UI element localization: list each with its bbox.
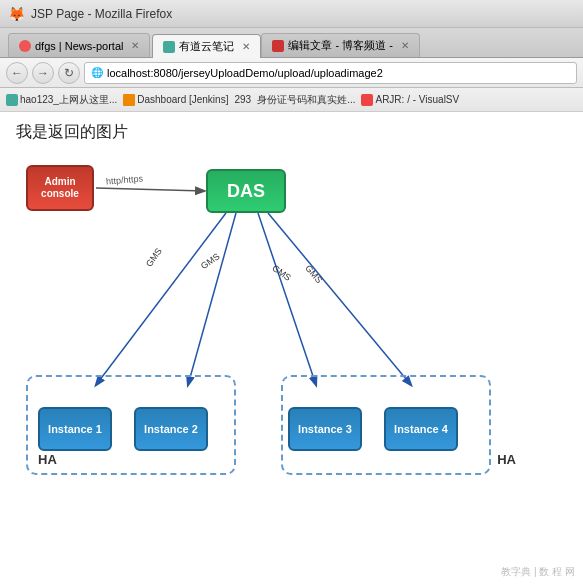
page-title: 我是返回的图片 <box>16 122 567 143</box>
tab-bar: dfgs | News-portal ✕ 有道云笔记 ✕ 编辑文章 - 博客频道… <box>0 28 583 58</box>
bookmark-arjr[interactable]: ARJR: / - VisualSV <box>361 94 459 106</box>
tab-close-1[interactable]: ✕ <box>131 40 139 51</box>
admin-label: Admin console <box>28 176 92 200</box>
reload-button[interactable]: ↻ <box>58 62 80 84</box>
tab-blog[interactable]: 编辑文章 - 博客频道 - ✕ <box>261 33 420 57</box>
bookmark-jenkins[interactable]: Dashboard [Jenkins] <box>123 94 228 106</box>
bookmark-label-hao123: hao123_上网从这里... <box>20 93 117 107</box>
tab-note[interactable]: 有道云笔记 ✕ <box>152 34 261 58</box>
gms-label-4: GMS <box>303 263 324 285</box>
instance-1-box: Instance 1 <box>38 407 112 451</box>
bookmark-hao123[interactable]: hao123_上网从这里... <box>6 93 117 107</box>
bookmark-label-arjr: ARJR: / - VisualSV <box>375 94 459 105</box>
address-bar[interactable]: 🌐 localhost:8080/jerseyUploadDemo/upload… <box>84 62 577 84</box>
bookmark-icon-arjr <box>361 94 373 106</box>
bookmark-icon-hao123 <box>6 94 18 106</box>
page-content: 我是返回的图片 <box>0 112 583 585</box>
forward-button[interactable]: → <box>32 62 54 84</box>
window-title: JSP Page - Mozilla Firefox <box>31 7 172 21</box>
gms-label-2: GMS <box>199 251 222 271</box>
tab-icon-1 <box>19 40 31 52</box>
bookmarks-bar: hao123_上网从这里... Dashboard [Jenkins] 293 … <box>0 88 583 112</box>
bookmark-id[interactable]: 身份证号码和真实姓... <box>257 93 355 107</box>
nav-bar: ← → ↻ 🌐 localhost:8080/jerseyUploadDemo/… <box>0 58 583 88</box>
instance-3-box: Instance 3 <box>288 407 362 451</box>
das-label: DAS <box>227 181 265 202</box>
firefox-icon: 🦊 <box>8 6 25 22</box>
instance-1-label: Instance 1 <box>48 423 102 435</box>
instance-3-label: Instance 3 <box>298 423 352 435</box>
bookmark-293[interactable]: 293 <box>234 94 251 105</box>
admin-console-box: Admin console <box>26 165 94 211</box>
instance-4-box: Instance 4 <box>384 407 458 451</box>
tab-close-3[interactable]: ✕ <box>401 40 409 51</box>
http-label: http/https <box>106 173 144 186</box>
bookmark-icon-jenkins <box>123 94 135 106</box>
instance-2-label: Instance 2 <box>144 423 198 435</box>
bookmark-label-jenkins: Dashboard [Jenkins] <box>137 94 228 105</box>
svg-line-4 <box>268 213 411 385</box>
diagram: Admin console http/https DAS GMS GMS GMS… <box>16 155 536 475</box>
back-button[interactable]: ← <box>6 62 28 84</box>
svg-line-1 <box>96 213 226 385</box>
address-icon: 🌐 <box>91 67 103 78</box>
das-box: DAS <box>206 169 286 213</box>
browser-window: 🦊 JSP Page - Mozilla Firefox dfgs | News… <box>0 0 583 585</box>
bookmark-label-id: 身份证号码和真实姓... <box>257 93 355 107</box>
bookmark-label-293: 293 <box>234 94 251 105</box>
instance-4-label: Instance 4 <box>394 423 448 435</box>
tab-label-3: 编辑文章 - 博客频道 - <box>288 38 393 53</box>
tab-icon-3 <box>272 40 284 52</box>
instance-2-box: Instance 2 <box>134 407 208 451</box>
ha-label-left: HA <box>38 452 57 467</box>
svg-line-2 <box>188 213 236 385</box>
gms-label-3: GMS <box>270 263 293 283</box>
svg-line-3 <box>258 213 316 385</box>
watermark: 教字典 | 数 程 网 <box>501 565 575 579</box>
tab-close-2[interactable]: ✕ <box>242 41 250 52</box>
address-text: localhost:8080/jerseyUploadDemo/upload/u… <box>107 67 383 79</box>
tab-label-1: dfgs | News-portal <box>35 40 123 52</box>
tab-news-portal[interactable]: dfgs | News-portal ✕ <box>8 33 150 57</box>
svg-line-0 <box>96 188 204 191</box>
tab-label-2: 有道云笔记 <box>179 39 234 54</box>
ha-label-right: HA <box>497 452 516 467</box>
tab-icon-2 <box>163 41 175 53</box>
gms-label-1: GMS <box>144 246 164 269</box>
title-bar: 🦊 JSP Page - Mozilla Firefox <box>0 0 583 28</box>
